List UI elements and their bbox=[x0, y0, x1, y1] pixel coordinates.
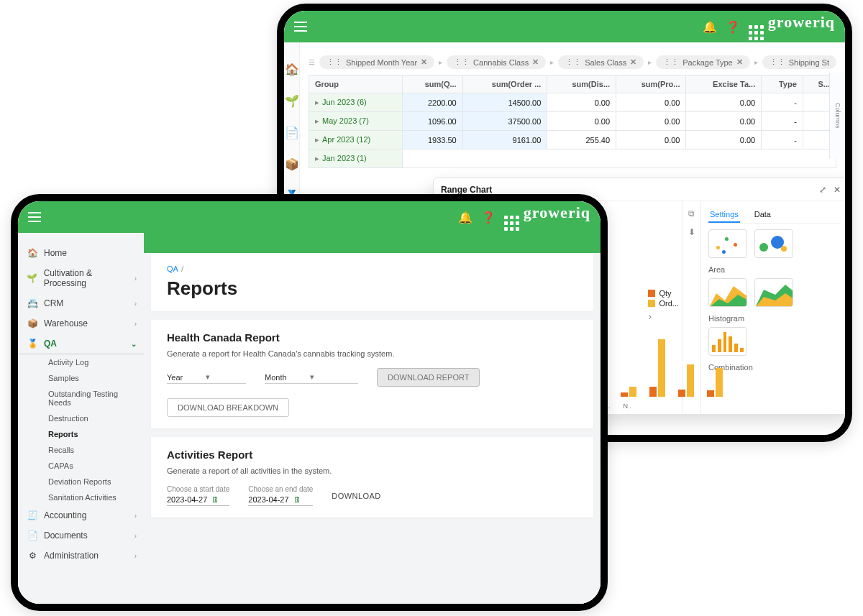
page-header-card: QA/ Reports bbox=[151, 253, 593, 311]
columns-side-tool[interactable]: Columns bbox=[829, 73, 845, 159]
expand-icon[interactable]: ⤢ bbox=[819, 185, 826, 195]
ar-desc: Generate a report of all activities in t… bbox=[167, 466, 577, 475]
chart-legend: Qty Ord... › bbox=[648, 288, 679, 323]
col-qty[interactable]: sum(Q... bbox=[402, 75, 462, 93]
nav-qa-sub: Activity Log Samples Outstanding Testing… bbox=[18, 354, 144, 505]
panel-title: Range Chart bbox=[441, 185, 492, 195]
page-title: Reports bbox=[167, 277, 577, 300]
nav-crm[interactable]: 📇CRM› bbox=[18, 293, 144, 313]
nav-cultivation[interactable]: 🌱Cultivation & Processing› bbox=[18, 263, 144, 293]
section-area-label: Area bbox=[708, 265, 841, 274]
col-pro[interactable]: sum(Pro... bbox=[616, 75, 686, 93]
activities-report-card: Activities Report Generate a report of a… bbox=[151, 437, 593, 518]
box-icon[interactable]: 📦 bbox=[285, 157, 299, 172]
end-date-label: Choose an end date bbox=[248, 485, 313, 493]
nav-qa-capas[interactable]: CAPAs bbox=[42, 458, 144, 474]
chart-type-area[interactable] bbox=[708, 278, 747, 307]
table-row: ▸Apr 2023 (12)1933.509161.00255.400.000.… bbox=[309, 131, 836, 150]
start-date-input[interactable]: 2023-04-27🗓 bbox=[167, 495, 229, 506]
link-icon[interactable]: ⧉ bbox=[688, 208, 695, 219]
nav-qa-outstanding[interactable]: Outstanding Testing Needs bbox=[42, 386, 144, 410]
brand-logo: groweriq bbox=[504, 203, 590, 231]
year-select[interactable]: Year▾ bbox=[167, 371, 246, 384]
chart-type-scatter[interactable] bbox=[708, 229, 747, 258]
close-icon[interactable]: ✕ bbox=[834, 185, 841, 195]
col-tax[interactable]: Excise Ta... bbox=[686, 75, 762, 93]
nav-qa[interactable]: 🏅QA⌄ bbox=[18, 334, 144, 354]
col-dis[interactable]: sum(Dis... bbox=[547, 75, 616, 93]
calendar-icon: 🗓 bbox=[211, 495, 219, 504]
bell-icon[interactable]: 🔔 bbox=[703, 20, 717, 34]
col-order[interactable]: sum(Order ... bbox=[462, 75, 547, 93]
ar-title: Activities Report bbox=[167, 449, 577, 461]
nav-admin[interactable]: ⚙Administration› bbox=[18, 546, 144, 566]
chart-type-area-stacked[interactable] bbox=[754, 278, 793, 307]
chip-cannabis-class[interactable]: ⋮⋮Cannabis Class✕ bbox=[447, 55, 546, 69]
chip-sales-class[interactable]: ⋮⋮Sales Class✕ bbox=[558, 55, 644, 69]
month-select[interactable]: Month▾ bbox=[265, 371, 358, 384]
col-type[interactable]: Type bbox=[762, 75, 803, 93]
plant-icon[interactable]: 🌱 bbox=[285, 94, 299, 109]
nav-sidebar: 🏠Home 🌱Cultivation & Processing› 📇CRM› 📦… bbox=[18, 233, 144, 604]
table-row: ▸Jan 2023 (1) bbox=[309, 150, 836, 168]
chip-shipping-status[interactable]: ⋮⋮Shipping St bbox=[762, 55, 836, 69]
nav-qa-destruction[interactable]: Destruction bbox=[42, 410, 144, 426]
nav-home[interactable]: 🏠Home bbox=[18, 243, 144, 263]
table-row: ▸May 2023 (7)1096.0037500.000.000.000.00… bbox=[309, 112, 836, 131]
main-content: QA/ Reports Health Canada Report Generat… bbox=[144, 233, 601, 604]
col-group[interactable]: Group bbox=[309, 75, 403, 93]
menu-icon[interactable] bbox=[294, 22, 307, 32]
brand-logo: groweriq bbox=[749, 13, 835, 40]
bell-icon[interactable]: 🔔 bbox=[458, 211, 472, 224]
end-date-input[interactable]: 2023-04-27🗓 bbox=[248, 495, 313, 506]
hc-desc: Generate a report for Health Canada's ca… bbox=[167, 349, 577, 358]
hc-title: Health Canada Report bbox=[167, 331, 577, 344]
section-hist-label: Histogram bbox=[708, 314, 841, 323]
nav-documents[interactable]: 📄Documents› bbox=[18, 525, 144, 546]
help-icon[interactable]: ❓ bbox=[481, 211, 496, 224]
menu-icon[interactable] bbox=[28, 212, 41, 222]
chart-type-histogram[interactable] bbox=[708, 327, 747, 356]
topbar-back: 🔔 ❓ groweriq bbox=[284, 11, 845, 42]
nav-qa-reports[interactable]: Reports bbox=[42, 426, 144, 442]
nav-warehouse[interactable]: 📦Warehouse› bbox=[18, 313, 144, 334]
breadcrumb[interactable]: QA/ bbox=[167, 265, 577, 273]
health-canada-card: Health Canada Report Generate a report f… bbox=[151, 320, 593, 428]
chip-package-type[interactable]: ⋮⋮Package Type✕ bbox=[656, 55, 750, 69]
topbar-front: 🔔 ❓ groweriq bbox=[18, 201, 601, 233]
nav-qa-recalls[interactable]: Recalls bbox=[42, 442, 144, 458]
activities-download-button[interactable]: DOWNLOAD bbox=[332, 492, 380, 500]
filter-chip-row: ☰ ⋮⋮Shipped Month Year✕▸ ⋮⋮Cannabis Clas… bbox=[309, 55, 836, 69]
home-icon[interactable]: 🏠 bbox=[285, 63, 299, 77]
tab-settings[interactable]: Settings bbox=[708, 207, 740, 223]
chart-type-bubble[interactable] bbox=[754, 229, 793, 258]
start-date-label: Choose a start date bbox=[167, 485, 229, 493]
tablet-front: 🔔 ❓ groweriq 🏠Home 🌱Cultivation & Proces… bbox=[11, 194, 608, 611]
table-row: ▸Jun 2023 (6)2200.0014500.000.000.000.00… bbox=[309, 93, 836, 112]
pivot-table[interactable]: Group sum(Q... sum(Order ... sum(Dis... … bbox=[309, 75, 836, 168]
nav-qa-sanitation[interactable]: Sanitation Activities bbox=[42, 489, 144, 505]
tab-data[interactable]: Data bbox=[753, 207, 772, 223]
section-combo-label: Combination bbox=[708, 363, 841, 372]
nav-accounting[interactable]: 🧾Accounting› bbox=[18, 505, 144, 525]
doc-icon[interactable]: 📄 bbox=[285, 126, 299, 140]
download-icon[interactable]: ⬇ bbox=[688, 227, 695, 237]
download-breakdown-button[interactable]: DOWNLOAD BREAKDOWN bbox=[167, 398, 289, 417]
help-icon[interactable]: ❓ bbox=[726, 20, 740, 34]
nav-qa-deviation[interactable]: Deviation Reports bbox=[42, 474, 144, 489]
chip-shipped-month[interactable]: ⋮⋮Shipped Month Year✕ bbox=[319, 55, 434, 69]
nav-qa-samples[interactable]: Samples bbox=[42, 370, 144, 386]
calendar-icon: 🗓 bbox=[293, 495, 301, 504]
nav-qa-activity[interactable]: Activity Log bbox=[42, 354, 144, 370]
download-report-button[interactable]: DOWNLOAD REPORT bbox=[377, 368, 480, 387]
